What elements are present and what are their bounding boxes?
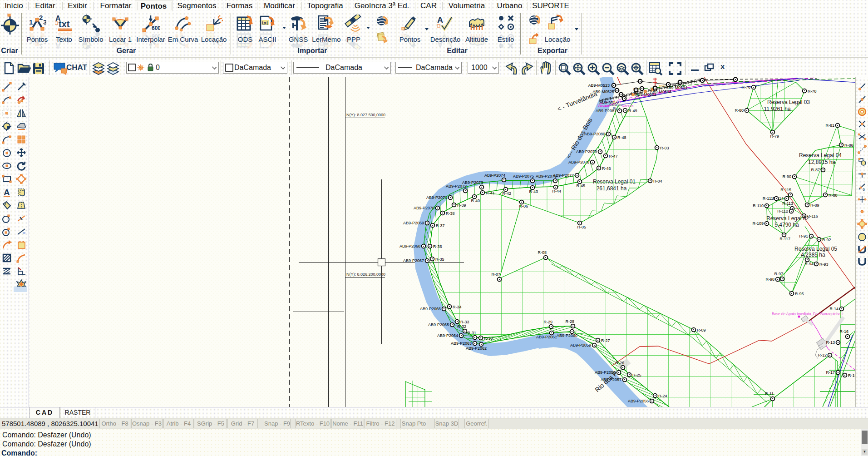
- svg-text:Base de Apoio Imediato_Faz Bar: Base de Apoio Imediato_Faz Barraquinha I: [772, 312, 843, 316]
- svg-text:R-49: R-49: [628, 109, 637, 113]
- svg-text:A: A: [4, 188, 10, 197]
- svg-text:AB9-M0523: AB9-M0523: [588, 83, 610, 88]
- svg-text:N(Y): 8.026.200,0000: N(Y): 8.026.200,0000: [346, 272, 385, 277]
- svg-text:BSC: BSC: [659, 84, 666, 88]
- svg-text:AB9-P2071: AB9-P2071: [426, 195, 447, 200]
- svg-text:AB9-P2072: AB9-P2072: [446, 184, 467, 188]
- svg-text:AB9-P2065: AB9-P2065: [428, 322, 449, 327]
- svg-text:R-80: R-80: [735, 108, 744, 113]
- svg-text:AB9-P2061: AB9-P2061: [536, 335, 557, 339]
- svg-text:R-29: R-29: [543, 320, 552, 324]
- svg-text:R-86: R-86: [844, 143, 853, 148]
- svg-text:AB9-P2067: AB9-P2067: [403, 258, 424, 263]
- svg-text:R-34: R-34: [453, 305, 462, 309]
- svg-text:R-13: R-13: [826, 340, 835, 345]
- svg-text:R-93: R-93: [819, 262, 829, 267]
- svg-text:R-44: R-44: [552, 189, 561, 193]
- svg-text:R-46: R-46: [602, 166, 611, 171]
- svg-text:R-48: R-48: [617, 135, 626, 140]
- svg-text:R-95: R-95: [795, 292, 804, 296]
- svg-text:R-17: R-17: [826, 370, 835, 375]
- svg-text:12,8915 ha: 12,8915 ha: [808, 159, 835, 165]
- svg-text:R-90: R-90: [782, 174, 791, 179]
- svg-text:R-110: R-110: [753, 203, 764, 208]
- svg-text:R-31: R-31: [467, 331, 476, 335]
- svg-text:R-04: R-04: [653, 179, 662, 183]
- svg-text:R-39: R-39: [457, 203, 466, 208]
- svg-text:AB9-P2066: AB9-P2066: [420, 307, 441, 311]
- svg-text:R-38: R-38: [446, 211, 455, 216]
- svg-text:AB9-P2064: AB9-P2064: [437, 333, 458, 338]
- svg-text:Canal do: Canal do: [609, 103, 622, 106]
- svg-text:R-33: R-33: [460, 320, 469, 324]
- svg-text:AB9-P2069: AB9-P2069: [403, 221, 424, 225]
- svg-text:AB9-P2081: AB9-P2081: [596, 109, 616, 113]
- svg-text:Várzea: Várzea: [622, 104, 634, 108]
- svg-text:AB9-P2079: AB9-P2079: [576, 149, 597, 154]
- svg-text:600: 600: [152, 25, 160, 31]
- svg-text:R-24: R-24: [658, 394, 667, 398]
- svg-text:AB9-P2062: AB9-P2062: [466, 346, 487, 351]
- svg-text:R-42: R-42: [502, 191, 511, 196]
- svg-text:261,6841 ha: 261,6841 ha: [597, 185, 627, 192]
- svg-text:AB9-P2074: AB9-P2074: [484, 173, 505, 178]
- svg-text:R-41: R-41: [486, 191, 495, 195]
- svg-text:R-94: R-94: [804, 262, 814, 266]
- svg-text:3: 3: [43, 18, 46, 26]
- svg-text:AB9-P2068: AB9-P2068: [399, 244, 420, 248]
- svg-text:R-14: R-14: [829, 307, 838, 311]
- svg-text:AB9-P2070: AB9-P2070: [414, 206, 434, 210]
- svg-text:R-115: R-115: [780, 188, 791, 192]
- svg-text:AB9-P2063: AB9-P2063: [451, 341, 472, 346]
- svg-text:Reserva Legal 02: Reserva Legal 02: [766, 215, 809, 222]
- svg-text:Reserva Legal 01: Reserva Legal 01: [593, 178, 636, 185]
- svg-text:txt: txt: [262, 20, 268, 25]
- svg-text:5,4790 ha: 5,4790 ha: [774, 222, 799, 228]
- svg-text:AB9-P2056: AB9-P2056: [628, 399, 649, 403]
- svg-text:R-88: R-88: [829, 193, 838, 198]
- svg-text:Reserva Legal 03: Reserva Legal 03: [767, 99, 810, 105]
- svg-text:R-113: R-113: [782, 201, 793, 206]
- svg-text:R-32: R-32: [457, 324, 466, 329]
- svg-text:R-28: R-28: [565, 319, 574, 324]
- svg-text:Várzea: Várzea: [597, 104, 609, 108]
- svg-text:txt: txt: [59, 19, 70, 29]
- svg-text:R-87: R-87: [811, 168, 820, 172]
- svg-text:R-97: R-97: [774, 272, 783, 276]
- svg-text:6: 6: [863, 187, 865, 192]
- svg-text:R-92: R-92: [822, 238, 831, 242]
- svg-text:R-15: R-15: [848, 373, 855, 378]
- svg-text:R-27: R-27: [601, 338, 610, 343]
- svg-text:R-07: R-07: [491, 272, 500, 277]
- svg-text:1: 1: [29, 18, 33, 26]
- svg-text:R-112: R-112: [777, 209, 788, 213]
- svg-text:R-43: R-43: [529, 189, 538, 194]
- svg-text:N(Y): 8.027.500,0000: N(Y): 8.027.500,0000: [346, 113, 385, 117]
- svg-text:R-91: R-91: [799, 234, 808, 238]
- svg-text:R-06: R-06: [519, 204, 528, 208]
- svg-text:R-78: R-78: [808, 89, 817, 94]
- svg-text:11,9261 ha: 11,9261 ha: [764, 106, 790, 112]
- svg-text:R-30: R-30: [484, 336, 493, 341]
- svg-text:A: A: [437, 15, 443, 25]
- svg-text:R-09: R-09: [697, 328, 706, 332]
- svg-text:2: 2: [39, 43, 43, 50]
- svg-text:Reserva Legal 05: Reserva Legal 05: [794, 246, 837, 252]
- svg-text:AB9-P2060: AB9-P2060: [557, 333, 577, 338]
- svg-text:R-05: R-05: [577, 225, 586, 229]
- svg-text:AB9-P2075: AB9-P2075: [513, 174, 534, 178]
- svg-text:AB9-P2059: AB9-P2059: [570, 343, 591, 347]
- svg-text:R-03: R-03: [660, 146, 669, 150]
- svg-text:R-111: R-111: [763, 196, 773, 201]
- svg-text:R-45: R-45: [576, 183, 585, 188]
- svg-text:R-12: R-12: [818, 353, 827, 357]
- svg-text:R-47: R-47: [609, 154, 618, 159]
- svg-text:R-76: R-76: [741, 85, 750, 89]
- svg-text:AB9-P2076: AB9-P2076: [536, 174, 557, 178]
- svg-text:R-25: R-25: [632, 373, 641, 377]
- svg-text:R-26: R-26: [615, 361, 624, 365]
- svg-text:4,2385 ha: 4,2385 ha: [801, 252, 825, 258]
- svg-text:R-98: R-98: [765, 277, 774, 282]
- svg-text:R-37: R-37: [436, 223, 445, 228]
- svg-text:R-109: R-109: [752, 221, 764, 226]
